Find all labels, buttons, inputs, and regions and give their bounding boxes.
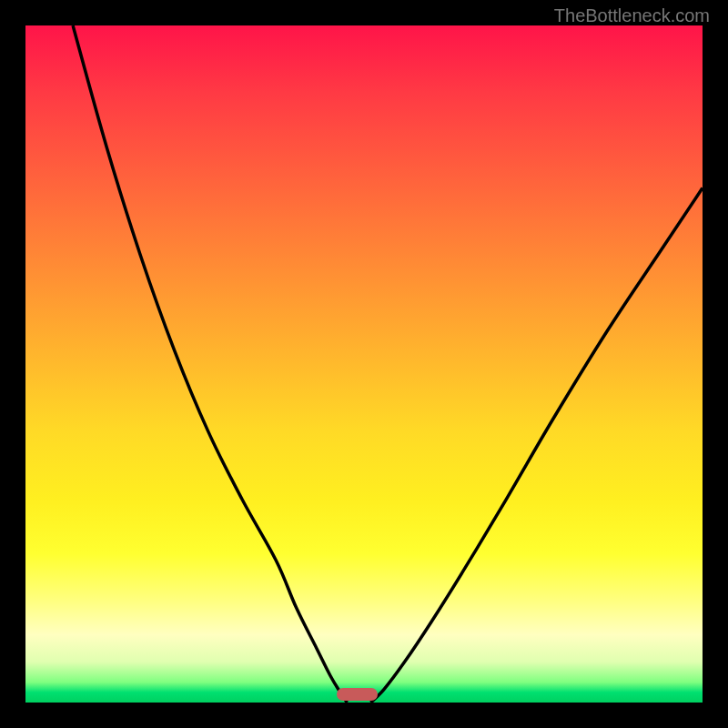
left-curve-path bbox=[73, 25, 347, 703]
watermark-text: TheBottleneck.com bbox=[554, 5, 710, 26]
right-curve-path bbox=[370, 188, 703, 703]
minimum-marker bbox=[337, 688, 378, 701]
chart-curves bbox=[25, 25, 703, 703]
